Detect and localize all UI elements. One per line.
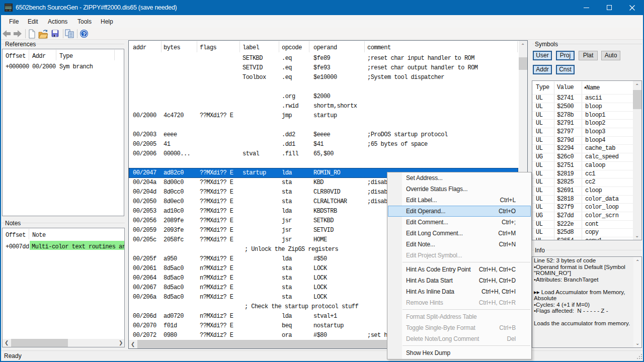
svg-text:?: ? bbox=[83, 31, 86, 37]
